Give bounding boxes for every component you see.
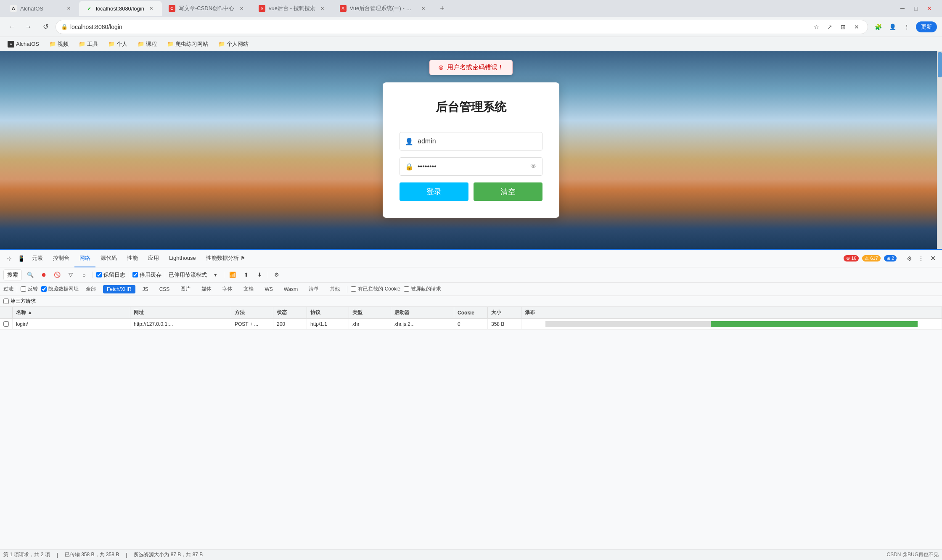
- filter-doc[interactable]: 文档: [240, 284, 257, 294]
- tab-close-5[interactable]: ✕: [420, 5, 427, 12]
- wifi-icon[interactable]: 📶: [228, 270, 238, 280]
- cookie-filter-checkbox[interactable]: 有已拦截的 Cookie: [351, 285, 400, 293]
- back-button[interactable]: ←: [5, 20, 19, 34]
- th-waterfall[interactable]: 瀑布: [521, 307, 942, 318]
- tab-localhost[interactable]: ✓ localhost:8080/login ✕: [79, 1, 162, 16]
- tab-close-1[interactable]: ✕: [65, 5, 72, 12]
- filter-font[interactable]: 字体: [219, 284, 236, 294]
- page-scrollbar[interactable]: [937, 51, 942, 249]
- th-status[interactable]: 状态: [273, 307, 307, 318]
- disable-cache-input[interactable]: [132, 272, 138, 277]
- th-name[interactable]: 名称 ▲: [13, 307, 130, 318]
- hide-data-url-checkbox[interactable]: 隐藏数据网址: [41, 285, 79, 293]
- devtools-elements-btn[interactable]: 元素: [27, 250, 48, 267]
- user-icon[interactable]: 👤: [886, 20, 899, 34]
- bookmark-website[interactable]: 📁 个人网站: [216, 40, 251, 49]
- stop-icon[interactable]: 🚫: [52, 270, 62, 280]
- filter-icon[interactable]: ▽: [66, 270, 76, 280]
- th-size[interactable]: 大小: [488, 307, 521, 318]
- extensions-icon[interactable]: 🧩: [871, 20, 885, 34]
- invert-checkbox[interactable]: 反转: [21, 285, 38, 293]
- download-icon[interactable]: ⬇: [254, 270, 265, 280]
- filter-img[interactable]: 图片: [177, 284, 194, 294]
- devtools-performance-btn[interactable]: 性能: [122, 250, 143, 267]
- td-checkbox-1[interactable]: [0, 319, 13, 329]
- row-checkbox-1[interactable]: [3, 321, 9, 327]
- devtools-application-btn[interactable]: 应用: [143, 250, 164, 267]
- tab-vue[interactable]: A Vue后台管理系统(一) - 清安宇 ✕: [333, 1, 434, 16]
- login-button[interactable]: 登录: [400, 182, 468, 201]
- address-input-wrap[interactable]: 🔒 localhost:8080/login ☆ ↗ ⊞ ✕: [56, 20, 868, 34]
- devtools-console-btn[interactable]: 控制台: [48, 250, 74, 267]
- bookmark-personal[interactable]: 📁 个人: [106, 40, 130, 49]
- third-party-checkbox[interactable]: 第三方请求: [3, 298, 36, 305]
- tab-close-2[interactable]: ✕: [148, 5, 155, 12]
- disable-cache-checkbox[interactable]: 停用缓存: [132, 271, 161, 279]
- blocked-filter-checkbox[interactable]: 被屏蔽的请求: [404, 285, 441, 293]
- devtools-sources-btn[interactable]: 源代码: [95, 250, 122, 267]
- reload-button[interactable]: ↺: [39, 20, 52, 34]
- share-icon[interactable]: ↗: [824, 21, 836, 33]
- th-type[interactable]: 类型: [349, 307, 391, 318]
- hide-data-url-input[interactable]: [41, 286, 47, 292]
- maximize-button[interactable]: □: [910, 3, 922, 14]
- update-button[interactable]: 更新: [916, 21, 937, 32]
- filter-js[interactable]: JS: [139, 285, 152, 293]
- devtools-network-btn[interactable]: 网络: [74, 250, 95, 267]
- bookmark-alchatos[interactable]: A AlchatOS: [5, 40, 42, 48]
- filter-manifest[interactable]: 清单: [305, 284, 323, 294]
- settings-network-icon[interactable]: ⚙: [272, 270, 282, 280]
- table-row[interactable]: login/ http://127.0.0.1:... POST + ... 2…: [0, 319, 942, 330]
- username-input[interactable]: [418, 137, 537, 145]
- devtools-selector-icon[interactable]: ⊹: [3, 253, 15, 264]
- th-initiator[interactable]: 启动器: [391, 307, 454, 318]
- th-cookie[interactable]: Cookie: [454, 307, 488, 318]
- devtools-insights-btn[interactable]: 性能数据分析 ⚑: [201, 250, 250, 267]
- close-addr-icon[interactable]: ✕: [851, 21, 863, 33]
- filter-media[interactable]: 媒体: [198, 284, 215, 294]
- new-tab-button[interactable]: +: [436, 2, 449, 15]
- search-filter-icon[interactable]: ⌕: [79, 270, 89, 280]
- bookmark-courses[interactable]: 📁 课程: [135, 40, 159, 49]
- bookmark-star-icon[interactable]: ☆: [810, 21, 822, 33]
- filter-wasm[interactable]: Wasm: [280, 285, 302, 293]
- filter-css[interactable]: CSS: [156, 285, 174, 293]
- close-window-button[interactable]: ✕: [923, 3, 935, 14]
- password-input[interactable]: [418, 163, 526, 170]
- th-url[interactable]: 网址: [130, 307, 231, 318]
- devtools-close-button[interactable]: ✕: [927, 253, 939, 264]
- preserve-log-input[interactable]: [96, 272, 102, 277]
- filter-ws[interactable]: WS: [261, 285, 276, 293]
- devtools-more-icon[interactable]: ⋮: [915, 253, 927, 264]
- filter-all[interactable]: 全部: [82, 284, 100, 294]
- tab-sogou[interactable]: S vue后台 - 搜狗搜索 ✕: [252, 1, 333, 16]
- filter-other[interactable]: 其他: [326, 284, 344, 294]
- third-party-input[interactable]: [3, 298, 9, 304]
- offline-dropdown-icon[interactable]: ▾: [210, 270, 220, 280]
- filter-fetch-xhr[interactable]: Fetch/XHR: [103, 285, 135, 293]
- tab-close-3[interactable]: ✕: [238, 5, 245, 12]
- tab-csdn[interactable]: C 写文章-CSDN创作中心 ✕: [162, 1, 252, 16]
- invert-input[interactable]: [21, 286, 26, 292]
- tab-alchatos[interactable]: A AlchatOS ✕: [3, 1, 79, 16]
- th-protocol[interactable]: 协议: [307, 307, 349, 318]
- bookmark-crawl[interactable]: 📁 爬虫练习网站: [164, 40, 211, 49]
- upload-icon[interactable]: ⬆: [241, 270, 251, 280]
- record-icon[interactable]: ⏺: [39, 270, 49, 280]
- cookie-filter-input[interactable]: [351, 286, 356, 292]
- devtools-lighthouse-btn[interactable]: Lighthouse: [164, 250, 201, 267]
- devtools-device-icon[interactable]: 📱: [15, 253, 27, 264]
- preserve-log-checkbox[interactable]: 保留日志: [96, 271, 125, 279]
- search-network-icon[interactable]: 🔍: [25, 270, 35, 280]
- minimize-button[interactable]: ─: [897, 3, 908, 14]
- forward-button[interactable]: →: [22, 20, 35, 34]
- tab-close-4[interactable]: ✕: [319, 5, 326, 12]
- settings-icon[interactable]: ⋮: [900, 20, 913, 34]
- th-method[interactable]: 方法: [231, 307, 273, 318]
- pip-icon[interactable]: ⊞: [837, 21, 849, 33]
- bookmark-tools[interactable]: 📁 工具: [76, 40, 101, 49]
- scrollbar-thumb[interactable]: [938, 52, 942, 77]
- devtools-settings-icon[interactable]: ⚙: [903, 253, 915, 264]
- eye-icon[interactable]: 👁: [530, 163, 537, 170]
- bookmark-video[interactable]: 📁 视频: [47, 40, 71, 49]
